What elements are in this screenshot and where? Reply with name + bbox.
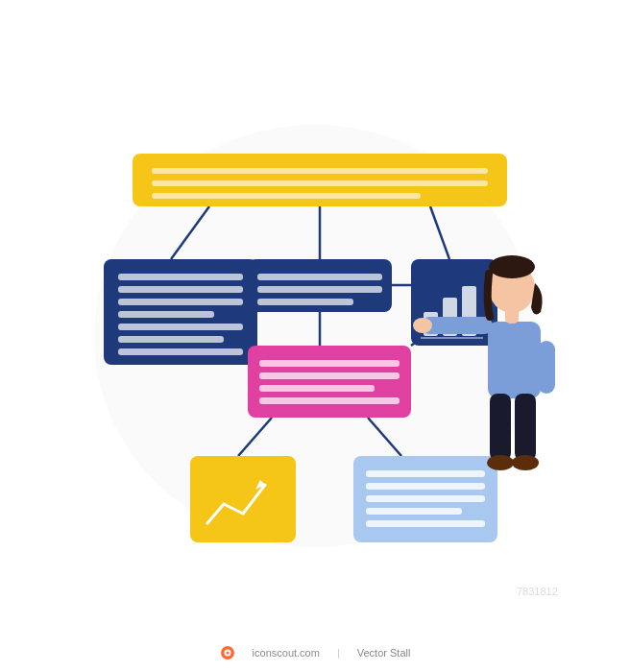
- svg-rect-17: [118, 286, 243, 293]
- svg-rect-43: [366, 508, 462, 515]
- svg-rect-25: [257, 286, 382, 293]
- svg-rect-50: [515, 394, 536, 461]
- svg-rect-44: [366, 520, 485, 527]
- vector-stall-label: Vector Stall: [357, 647, 411, 659]
- main-container: 01101010: [0, 0, 630, 672]
- svg-point-47: [413, 318, 432, 333]
- svg-rect-13: [152, 180, 488, 186]
- svg-rect-36: [259, 397, 400, 404]
- illustration-area: 01101010: [46, 58, 584, 614]
- svg-rect-16: [118, 274, 243, 280]
- svg-rect-42: [366, 495, 485, 502]
- iconscout-label: iconscout.com: [253, 647, 320, 659]
- footer: iconscout.com | Vector Stall: [0, 645, 630, 660]
- svg-rect-45: [488, 322, 541, 398]
- svg-rect-26: [257, 299, 353, 305]
- svg-rect-37: [190, 456, 296, 542]
- svg-rect-41: [366, 483, 485, 490]
- svg-rect-21: [118, 336, 224, 343]
- svg-rect-32: [248, 346, 411, 418]
- svg-rect-24: [257, 274, 382, 280]
- svg-rect-40: [366, 470, 485, 477]
- svg-point-51: [487, 455, 514, 470]
- svg-point-52: [512, 455, 539, 470]
- footer-divider: |: [337, 647, 340, 659]
- svg-point-59: [226, 652, 229, 655]
- svg-rect-12: [152, 168, 488, 174]
- svg-rect-33: [259, 360, 400, 367]
- svg-text:7831812: 7831812: [517, 586, 558, 597]
- svg-rect-22: [118, 348, 243, 355]
- svg-rect-49: [490, 394, 511, 461]
- svg-point-55: [489, 255, 535, 278]
- svg-rect-14: [152, 193, 421, 199]
- iconscout-icon: [220, 645, 235, 660]
- svg-rect-34: [259, 372, 400, 379]
- svg-rect-18: [118, 299, 243, 305]
- svg-rect-20: [118, 324, 243, 330]
- svg-rect-35: [259, 385, 375, 392]
- svg-rect-48: [538, 341, 555, 394]
- svg-rect-19: [118, 311, 214, 318]
